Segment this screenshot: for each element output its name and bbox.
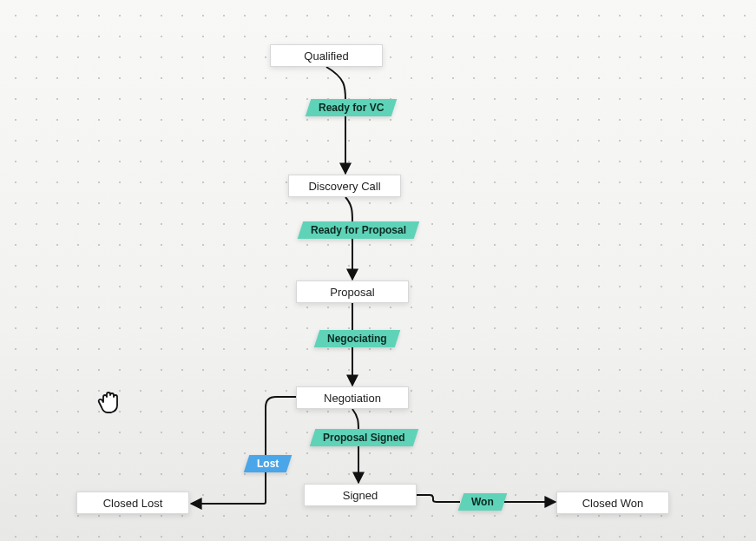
flow-canvas[interactable]: Qualified Discovery Call Proposal Negoti… [0, 0, 756, 541]
stage-label: Qualified [304, 49, 348, 63]
transition-text: Proposal Signed [323, 432, 405, 444]
transition-ready-for-proposal[interactable]: Ready for Proposal [298, 221, 420, 239]
stage-label: Negotiation [324, 392, 381, 405]
stage-label: Closed Lost [103, 497, 163, 510]
edges-layer [0, 0, 756, 541]
stage-label: Signed [343, 489, 378, 502]
transition-text: Ready for VC [319, 102, 384, 114]
stage-node-signed[interactable]: Signed [304, 484, 417, 506]
stage-node-closed-lost[interactable]: Closed Lost [76, 492, 189, 514]
stage-node-discovery[interactable]: Discovery Call [288, 175, 401, 197]
transition-text: Won [471, 496, 494, 508]
stage-node-proposal[interactable]: Proposal [296, 280, 409, 303]
transition-text: Lost [257, 458, 279, 470]
transition-negociating[interactable]: Negociating [314, 330, 400, 347]
stage-node-closed-won[interactable]: Closed Won [556, 492, 669, 514]
transition-proposal-signed[interactable]: Proposal Signed [310, 429, 418, 446]
transition-text: Negociating [327, 333, 387, 345]
stage-label: Closed Won [582, 497, 644, 510]
stage-node-qualified[interactable]: Qualified [270, 44, 383, 67]
stage-label: Proposal [330, 286, 374, 299]
transition-text: Ready for Proposal [311, 224, 406, 236]
stage-node-negotiation[interactable]: Negotiation [296, 386, 409, 409]
transition-ready-for-vc[interactable]: Ready for VC [306, 99, 398, 116]
stage-label: Discovery Call [308, 180, 380, 193]
transition-lost[interactable]: Lost [244, 455, 293, 472]
transition-won[interactable]: Won [458, 493, 507, 511]
